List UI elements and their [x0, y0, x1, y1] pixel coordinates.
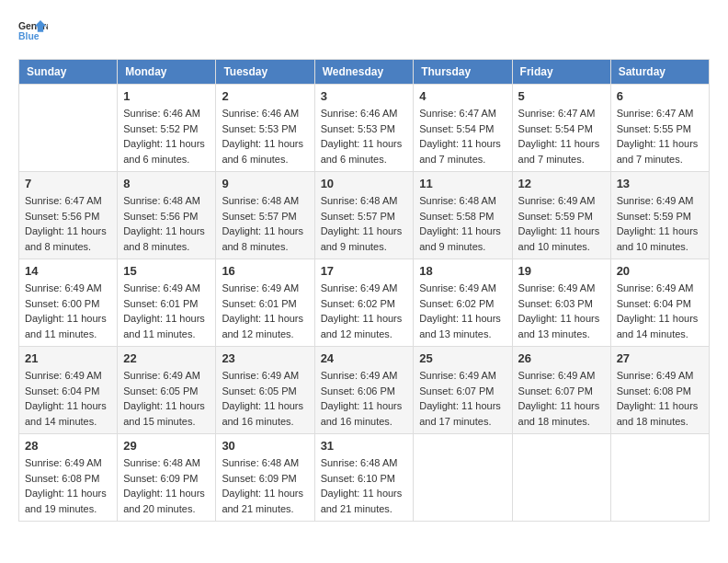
- calendar-day-cell: [512, 434, 610, 522]
- day-number: 5: [518, 89, 605, 103]
- calendar-day-cell: 12Sunrise: 6:49 AMSunset: 5:59 PMDayligh…: [512, 172, 610, 259]
- logo: General Blue: [18, 18, 48, 44]
- day-of-week-header: Tuesday: [216, 60, 314, 85]
- calendar-day-cell: 3Sunrise: 6:46 AMSunset: 5:53 PMDaylight…: [314, 85, 414, 172]
- day-info: Sunrise: 6:49 AMSunset: 6:03 PMDaylight:…: [518, 281, 605, 341]
- day-number: 7: [25, 177, 111, 190]
- calendar-day-cell: 26Sunrise: 6:49 AMSunset: 6:07 PMDayligh…: [512, 347, 610, 434]
- calendar-day-cell: 30Sunrise: 6:48 AMSunset: 6:09 PMDayligh…: [216, 434, 314, 522]
- day-number: 25: [419, 351, 506, 365]
- day-number: 12: [518, 177, 605, 190]
- day-info: Sunrise: 6:48 AMSunset: 6:09 PMDaylight:…: [123, 455, 210, 516]
- calendar-day-cell: 18Sunrise: 6:49 AMSunset: 6:02 PMDayligh…: [414, 259, 512, 347]
- day-number: 15: [123, 264, 210, 278]
- day-of-week-header: Monday: [118, 60, 216, 85]
- calendar-day-cell: [610, 434, 709, 522]
- day-number: 28: [25, 439, 111, 453]
- day-number: 17: [321, 264, 408, 278]
- day-info: Sunrise: 6:49 AMSunset: 6:05 PMDaylight:…: [123, 368, 210, 429]
- day-number: 6: [617, 89, 703, 103]
- calendar-day-cell: [414, 434, 512, 522]
- day-info: Sunrise: 6:49 AMSunset: 6:08 PMDaylight:…: [617, 368, 703, 429]
- day-info: Sunrise: 6:49 AMSunset: 6:00 PMDaylight:…: [25, 281, 111, 341]
- calendar-day-cell: [19, 85, 118, 172]
- day-info: Sunrise: 6:49 AMSunset: 6:04 PMDaylight:…: [617, 281, 703, 341]
- calendar-day-cell: 16Sunrise: 6:49 AMSunset: 6:01 PMDayligh…: [216, 259, 314, 347]
- day-number: 26: [518, 351, 605, 365]
- calendar-day-cell: 1Sunrise: 6:46 AMSunset: 5:52 PMDaylight…: [118, 85, 216, 172]
- day-info: Sunrise: 6:46 AMSunset: 5:53 PMDaylight:…: [222, 106, 308, 167]
- day-info: Sunrise: 6:48 AMSunset: 5:58 PMDaylight:…: [419, 193, 506, 254]
- logo-icon: General Blue: [18, 18, 48, 44]
- svg-text:Blue: Blue: [18, 31, 40, 41]
- calendar-day-cell: 24Sunrise: 6:49 AMSunset: 6:06 PMDayligh…: [314, 347, 414, 434]
- day-info: Sunrise: 6:49 AMSunset: 6:05 PMDaylight:…: [222, 368, 308, 429]
- day-number: 10: [321, 177, 408, 190]
- day-info: Sunrise: 6:47 AMSunset: 5:54 PMDaylight:…: [419, 106, 506, 167]
- day-number: 1: [123, 89, 210, 103]
- day-of-week-header: Wednesday: [314, 60, 414, 85]
- day-info: Sunrise: 6:46 AMSunset: 5:52 PMDaylight:…: [123, 106, 210, 167]
- calendar-day-cell: 5Sunrise: 6:47 AMSunset: 5:54 PMDaylight…: [512, 85, 610, 172]
- calendar-day-cell: 14Sunrise: 6:49 AMSunset: 6:00 PMDayligh…: [19, 259, 118, 347]
- calendar-day-cell: 8Sunrise: 6:48 AMSunset: 5:56 PMDaylight…: [118, 172, 216, 259]
- calendar-day-cell: 7Sunrise: 6:47 AMSunset: 5:56 PMDaylight…: [19, 172, 118, 259]
- calendar-week-row: 14Sunrise: 6:49 AMSunset: 6:00 PMDayligh…: [19, 259, 710, 347]
- calendar-day-cell: 2Sunrise: 6:46 AMSunset: 5:53 PMDaylight…: [216, 85, 314, 172]
- calendar-day-cell: 17Sunrise: 6:49 AMSunset: 6:02 PMDayligh…: [314, 259, 414, 347]
- day-info: Sunrise: 6:47 AMSunset: 5:55 PMDaylight:…: [617, 106, 703, 167]
- day-info: Sunrise: 6:49 AMSunset: 6:04 PMDaylight:…: [25, 368, 111, 429]
- day-info: Sunrise: 6:48 AMSunset: 5:56 PMDaylight:…: [123, 193, 210, 254]
- day-number: 8: [123, 177, 210, 190]
- day-number: 24: [321, 351, 408, 365]
- day-number: 11: [419, 177, 506, 190]
- calendar-week-row: 7Sunrise: 6:47 AMSunset: 5:56 PMDaylight…: [19, 172, 710, 259]
- day-info: Sunrise: 6:49 AMSunset: 6:07 PMDaylight:…: [419, 368, 506, 429]
- calendar-header-row: SundayMondayTuesdayWednesdayThursdayFrid…: [19, 60, 710, 85]
- calendar-day-cell: 22Sunrise: 6:49 AMSunset: 6:05 PMDayligh…: [118, 347, 216, 434]
- day-info: Sunrise: 6:47 AMSunset: 5:56 PMDaylight:…: [25, 193, 111, 254]
- calendar-day-cell: 19Sunrise: 6:49 AMSunset: 6:03 PMDayligh…: [512, 259, 610, 347]
- day-number: 19: [518, 264, 605, 278]
- day-number: 29: [123, 439, 210, 453]
- calendar-day-cell: 10Sunrise: 6:48 AMSunset: 5:57 PMDayligh…: [314, 172, 414, 259]
- calendar-week-row: 21Sunrise: 6:49 AMSunset: 6:04 PMDayligh…: [19, 347, 710, 434]
- day-of-week-header: Sunday: [19, 60, 118, 85]
- calendar-day-cell: 4Sunrise: 6:47 AMSunset: 5:54 PMDaylight…: [414, 85, 512, 172]
- day-info: Sunrise: 6:48 AMSunset: 6:09 PMDaylight:…: [222, 455, 308, 516]
- calendar-day-cell: 29Sunrise: 6:48 AMSunset: 6:09 PMDayligh…: [118, 434, 216, 522]
- day-number: 13: [617, 177, 703, 190]
- day-info: Sunrise: 6:48 AMSunset: 6:10 PMDaylight:…: [321, 455, 408, 516]
- calendar-day-cell: 31Sunrise: 6:48 AMSunset: 6:10 PMDayligh…: [314, 434, 414, 522]
- day-info: Sunrise: 6:48 AMSunset: 5:57 PMDaylight:…: [222, 193, 308, 254]
- day-number: 9: [222, 177, 308, 190]
- day-number: 2: [222, 89, 308, 103]
- day-info: Sunrise: 6:49 AMSunset: 6:08 PMDaylight:…: [25, 455, 111, 516]
- day-number: 21: [25, 351, 111, 365]
- day-info: Sunrise: 6:49 AMSunset: 6:01 PMDaylight:…: [222, 281, 308, 341]
- day-number: 27: [617, 351, 703, 365]
- calendar-day-cell: 15Sunrise: 6:49 AMSunset: 6:01 PMDayligh…: [118, 259, 216, 347]
- calendar-day-cell: 20Sunrise: 6:49 AMSunset: 6:04 PMDayligh…: [610, 259, 709, 347]
- day-of-week-header: Thursday: [414, 60, 512, 85]
- calendar-day-cell: 13Sunrise: 6:49 AMSunset: 5:59 PMDayligh…: [610, 172, 709, 259]
- page-header: General Blue: [18, 18, 710, 44]
- day-number: 14: [25, 264, 111, 278]
- day-number: 20: [617, 264, 703, 278]
- day-info: Sunrise: 6:49 AMSunset: 6:01 PMDaylight:…: [123, 281, 210, 341]
- day-number: 18: [419, 264, 506, 278]
- day-number: 23: [222, 351, 308, 365]
- day-info: Sunrise: 6:48 AMSunset: 5:57 PMDaylight:…: [321, 193, 408, 254]
- calendar-day-cell: 28Sunrise: 6:49 AMSunset: 6:08 PMDayligh…: [19, 434, 118, 522]
- calendar-day-cell: 6Sunrise: 6:47 AMSunset: 5:55 PMDaylight…: [610, 85, 709, 172]
- calendar-week-row: 1Sunrise: 6:46 AMSunset: 5:52 PMDaylight…: [19, 85, 710, 172]
- day-info: Sunrise: 6:49 AMSunset: 6:06 PMDaylight:…: [321, 368, 408, 429]
- calendar-table: SundayMondayTuesdayWednesdayThursdayFrid…: [18, 59, 710, 522]
- day-of-week-header: Friday: [512, 60, 610, 85]
- day-number: 3: [321, 89, 408, 103]
- day-number: 31: [321, 439, 408, 453]
- calendar-day-cell: 23Sunrise: 6:49 AMSunset: 6:05 PMDayligh…: [216, 347, 314, 434]
- day-info: Sunrise: 6:47 AMSunset: 5:54 PMDaylight:…: [518, 106, 605, 167]
- calendar-day-cell: 9Sunrise: 6:48 AMSunset: 5:57 PMDaylight…: [216, 172, 314, 259]
- calendar-week-row: 28Sunrise: 6:49 AMSunset: 6:08 PMDayligh…: [19, 434, 710, 522]
